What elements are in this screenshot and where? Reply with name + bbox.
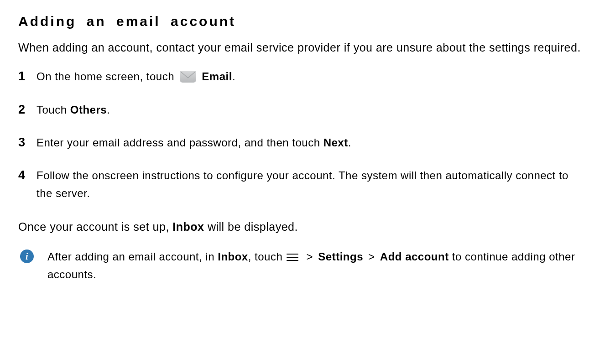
step-2-pretext: Touch xyxy=(37,104,70,116)
info-note-text: After adding an email account, in Inbox,… xyxy=(40,248,587,284)
note-settings: Settings xyxy=(318,250,363,263)
note-add: Add account xyxy=(380,250,449,263)
step-3-posttext: . xyxy=(348,136,351,149)
note-mid1: , touch xyxy=(248,250,286,263)
step-3-label: Next xyxy=(323,136,348,149)
svg-rect-0 xyxy=(180,71,196,83)
step-1: On the home screen, touch Email. xyxy=(18,68,587,85)
section-heading: Adding an email account xyxy=(18,14,587,29)
mail-icon xyxy=(179,70,197,83)
note-gt2: > xyxy=(368,250,375,263)
info-icon: i xyxy=(20,250,34,263)
after-label: Inbox xyxy=(172,220,204,233)
info-note: i After adding an email account, in Inbo… xyxy=(18,248,587,284)
note-pre: After adding an email account, in xyxy=(47,250,218,263)
after-steps-text: Once your account is set up, Inbox will … xyxy=(18,218,587,236)
step-2-label: Others xyxy=(70,104,107,116)
step-2-posttext: . xyxy=(107,104,110,116)
after-pre: Once your account is set up, xyxy=(18,220,172,233)
steps-list: On the home screen, touch Email. Touch O… xyxy=(18,68,587,202)
step-1-posttext: . xyxy=(232,70,235,83)
info-glyph: i xyxy=(26,252,28,261)
after-post: will be displayed. xyxy=(204,220,297,233)
step-4-text: Follow the onscreen instructions to conf… xyxy=(37,169,568,199)
document-page: Adding an email account When adding an a… xyxy=(0,0,605,364)
step-1-label: Email xyxy=(202,70,232,83)
hamburger-icon xyxy=(287,253,298,262)
step-3: Enter your email address and password, a… xyxy=(18,134,587,151)
note-inbox: Inbox xyxy=(218,250,248,263)
note-gt1: > xyxy=(307,250,313,263)
step-2: Touch Others. xyxy=(18,101,587,119)
step-4: Follow the onscreen instructions to conf… xyxy=(18,167,587,202)
step-1-pretext: On the home screen, touch xyxy=(37,70,177,83)
intro-text: When adding an account, contact your ema… xyxy=(18,38,587,57)
step-3-pretext: Enter your email address and password, a… xyxy=(37,136,323,149)
